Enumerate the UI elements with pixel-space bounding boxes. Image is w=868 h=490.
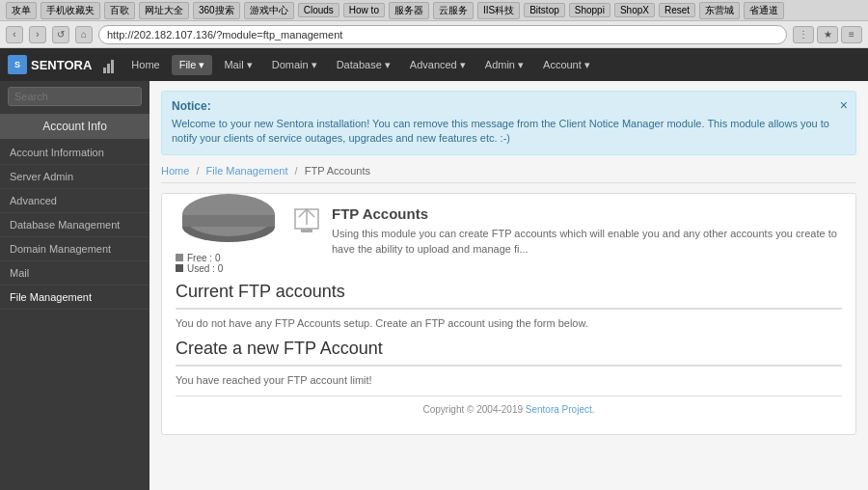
main-layout: Account Info Account Information Server … [0, 81, 868, 490]
nav-advanced[interactable]: Advanced ▾ [402, 55, 474, 75]
bookmark-tab[interactable]: Reset [659, 3, 695, 17]
content-area: Notice: Welcome to your new Sentora inst… [149, 81, 868, 490]
bookmark-tab[interactable]: 手机收藏夹 [41, 2, 100, 19]
breadcrumb: Home / File Management / FTP Accounts [161, 165, 856, 183]
sidebar-item-account-information[interactable]: Account Information [0, 141, 149, 165]
breadcrumb-home-link[interactable]: Home [161, 165, 189, 177]
bookmark-tab[interactable]: 网址大全 [139, 2, 189, 19]
browser-bookmarks-bar: 攻单 手机收藏夹 百歌 网址大全 360搜索 游戏中心 Clouds How t… [0, 0, 868, 21]
breadcrumb-file-management-link[interactable]: File Management [206, 165, 288, 177]
ftp-section-header: Free : 0 Used : 0 [176, 205, 842, 274]
search-input[interactable] [8, 87, 142, 106]
bookmark-tab[interactable]: How to [343, 3, 385, 17]
legend-used: Used : 0 [176, 263, 282, 274]
notice-close-button[interactable]: × [840, 97, 848, 113]
browser-settings-button[interactable]: ⋮ [793, 26, 814, 43]
bookmark-tab[interactable]: Bitstop [524, 3, 565, 17]
browser-refresh-button[interactable]: ↺ [52, 26, 69, 43]
footer: Copyright © 2004-2019 Sentora Project. [176, 395, 842, 422]
browser-star-button[interactable]: ★ [817, 26, 838, 43]
nav-home[interactable]: Home [123, 55, 167, 74]
nav-domain[interactable]: Domain ▾ [264, 55, 325, 75]
free-label: Free : 0 [187, 253, 220, 263]
bookmark-tab[interactable]: 百歌 [104, 2, 135, 19]
browser-home-button[interactable]: ⌂ [75, 26, 93, 43]
current-ftp-text: You do not have any FTP Accounts setup. … [176, 317, 842, 329]
sidebar-search-area [0, 81, 149, 112]
bookmark-tab[interactable]: 省通道 [744, 2, 784, 19]
ftp-section-card: Free : 0 Used : 0 [161, 193, 856, 435]
sentora-logo: S SENTORA [8, 55, 92, 74]
browser-back-button[interactable]: ‹ [6, 26, 23, 43]
sidebar-item-domain-management[interactable]: Domain Management [0, 237, 149, 261]
ftp-icon [291, 205, 322, 236]
sentora-logo-icon: S [8, 55, 27, 74]
bookmark-tab[interactable]: ShopX [614, 3, 655, 17]
notice-box: Notice: Welcome to your new Sentora inst… [161, 91, 856, 155]
footer-link[interactable]: Sentora Project [526, 404, 592, 415]
ftp-section-title: FTP Accounts [332, 205, 842, 222]
browser-forward-button[interactable]: › [29, 26, 46, 43]
bookmark-tab[interactable]: Shoppi [569, 3, 610, 17]
sidebar-item-file-management[interactable]: File Management [0, 286, 149, 310]
nav-file[interactable]: File ▾ [172, 55, 213, 75]
bookmark-tab[interactable]: 360搜索 [193, 2, 240, 19]
browser-address-bar: ‹ › ↺ ⌂ ⋮ ★ ≡ [0, 21, 868, 48]
new-ftp-title: Create a new FTP Account [176, 339, 842, 367]
stats-icon [103, 56, 114, 73]
legend-free: Free : 0 [176, 253, 282, 263]
notice-title: Notice: [172, 99, 846, 113]
sidebar-item-database-management[interactable]: Database Management [0, 213, 149, 237]
used-label: Used : 0 [187, 263, 223, 274]
breadcrumb-current: FTP Accounts [305, 165, 370, 177]
sidebar-item-mail[interactable]: Mail [0, 261, 149, 286]
nav-database[interactable]: Database ▾ [329, 55, 398, 75]
ftp-section-description: Using this module you can create FTP acc… [332, 226, 842, 258]
nav-admin[interactable]: Admin ▾ [477, 55, 531, 75]
sidebar: Account Info Account Information Server … [0, 81, 149, 490]
browser-url-input[interactable] [98, 25, 787, 44]
sentora-logo-text: SENTORA [31, 58, 92, 72]
breadcrumb-separator: / [196, 165, 199, 177]
bookmark-tab[interactable]: 云服务 [433, 2, 474, 19]
bookmark-tab[interactable]: 攻单 [6, 2, 37, 19]
bookmark-tab[interactable]: 东营城 [699, 2, 740, 19]
disk-chart-area: Free : 0 Used : 0 [176, 186, 282, 274]
nav-mail[interactable]: Mail ▾ [216, 55, 259, 75]
ftp-section-text: FTP Accounts Using this module you can c… [332, 205, 842, 258]
svg-rect-4 [301, 229, 312, 232]
bookmark-tab[interactable]: Clouds [298, 3, 339, 17]
used-dot [176, 264, 183, 272]
bookmark-tab[interactable]: IIS科技 [477, 2, 520, 19]
footer-text: Copyright © 2004-2019 [422, 404, 523, 415]
notice-text: Welcome to your new Sentora installation… [172, 117, 846, 147]
bookmark-tab[interactable]: 游戏中心 [244, 2, 294, 19]
disk-chart-legend: Free : 0 Used : 0 [176, 253, 282, 274]
sentora-navbar: S SENTORA Home File ▾ Mail ▾ Domain ▾ Da… [0, 48, 868, 81]
breadcrumb-separator-2: / [295, 165, 298, 177]
sidebar-item-server-admin[interactable]: Server Admin [0, 165, 149, 189]
current-ftp-title: Current FTP accounts [176, 282, 842, 310]
free-dot [176, 254, 183, 261]
pie-chart [176, 186, 282, 249]
svg-rect-2 [182, 215, 275, 227]
nav-account[interactable]: Account ▾ [535, 55, 598, 75]
sidebar-item-advanced[interactable]: Advanced [0, 189, 149, 213]
new-ftp-text: You have reached your FTP account limit! [176, 374, 842, 386]
ftp-icon-wrapper [291, 205, 322, 239]
browser-menu-button[interactable]: ≡ [841, 26, 862, 43]
sidebar-account-info[interactable]: Account Info [0, 114, 149, 139]
bookmark-tab[interactable]: 服务器 [389, 2, 429, 19]
